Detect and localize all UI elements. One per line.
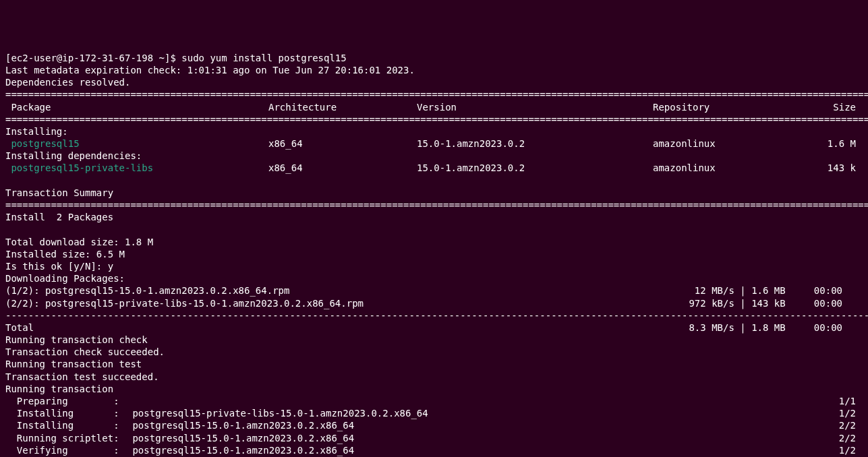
tx-status-line: Running transaction check bbox=[5, 334, 148, 345]
tx-action: Installing : bbox=[5, 419, 127, 431]
tx-progress: 1/1 bbox=[829, 395, 863, 407]
divider-double: ========================================… bbox=[5, 114, 868, 125]
tx-package: postgresql15-private-libs-15.0-1.amzn202… bbox=[127, 407, 829, 419]
download-file: (1/2): postgresql15-15.0-1.amzn2023.0.2.… bbox=[5, 284, 667, 297]
table-header-row: PackageArchitectureVersionRepositorySize bbox=[5, 101, 863, 113]
col-header-arch: Architecture bbox=[268, 101, 417, 113]
col-header-package: Package bbox=[5, 101, 268, 113]
tx-package bbox=[127, 395, 829, 407]
installing-label: Installing: bbox=[5, 126, 68, 137]
deps-resolved-line: Dependencies resolved. bbox=[5, 77, 130, 88]
tx-progress: 2/2 bbox=[829, 432, 863, 444]
tx-step-row: Verifying : postgresql15-15.0-1.amzn2023… bbox=[5, 444, 863, 456]
tx-progress: 2/2 bbox=[829, 419, 863, 431]
col-header-size: Size bbox=[801, 101, 863, 113]
tx-package: postgresql15-15.0-1.amzn2023.0.2.x86_64 bbox=[127, 444, 829, 456]
tx-status-line: Transaction check succeeded. bbox=[5, 346, 165, 357]
install-count: Install 2 Packages bbox=[5, 212, 113, 222]
tx-status-line: Running transaction bbox=[5, 384, 113, 394]
download-stats: 12 MB/s | 1.6 MB 00:00 bbox=[667, 284, 863, 297]
total-row: Total8.3 MB/s | 1.8 MB 00:00 bbox=[5, 322, 863, 334]
package-size: 1.6 M bbox=[801, 138, 863, 150]
tx-progress: 1/2 bbox=[829, 407, 863, 419]
package-version: 15.0-1.amzn2023.0.2 bbox=[417, 138, 653, 150]
tx-status-line: Transaction test succeeded. bbox=[5, 371, 159, 382]
total-label: Total bbox=[5, 322, 667, 334]
package-name: postgresql15 bbox=[5, 138, 268, 150]
tx-progress: 1/2 bbox=[829, 444, 863, 456]
tx-step-row: Running scriptlet: postgresql15-15.0-1.a… bbox=[5, 432, 863, 444]
package-row: postgresql15-private-libsx86_6415.0-1.am… bbox=[5, 162, 863, 174]
installing-deps-label: Installing dependencies: bbox=[5, 150, 142, 161]
tx-step-row: Preparing :1/1 bbox=[5, 395, 863, 407]
tx-step-row: Installing : postgresql15-private-libs-1… bbox=[5, 407, 863, 419]
package-arch: x86_64 bbox=[268, 138, 417, 150]
tx-action: Running scriptlet: bbox=[5, 432, 127, 444]
divider-double: ========================================… bbox=[5, 200, 868, 210]
terminal-output[interactable]: [ec2-user@ip-172-31-67-198 ~]$ sudo yum … bbox=[5, 52, 863, 457]
download-stats: 972 kB/s | 143 kB 00:00 bbox=[667, 297, 863, 309]
col-header-repo: Repository bbox=[653, 101, 801, 113]
col-header-version: Version bbox=[417, 101, 653, 113]
tx-package: postgresql15-15.0-1.amzn2023.0.2.x86_64 bbox=[127, 419, 829, 431]
package-repo: amazonlinux bbox=[653, 162, 801, 174]
package-repo: amazonlinux bbox=[653, 138, 801, 150]
package-version: 15.0-1.amzn2023.0.2 bbox=[417, 162, 653, 174]
confirm-prompt: Is this ok [y/N]: y bbox=[5, 261, 113, 272]
installed-size: Installed size: 6.5 M bbox=[5, 249, 125, 260]
tx-status-line: Running transaction test bbox=[5, 359, 142, 369]
shell-prompt: [ec2-user@ip-172-31-67-198 ~]$ bbox=[5, 53, 181, 63]
tx-action: Installing : bbox=[5, 407, 127, 419]
download-file: (2/2): postgresql15-private-libs-15.0-1.… bbox=[5, 297, 667, 309]
tx-summary-label: Transaction Summary bbox=[5, 187, 113, 198]
downloading-label: Downloading Packages: bbox=[5, 273, 125, 284]
divider-dash: ----------------------------------------… bbox=[5, 310, 868, 321]
metadata-line: Last metadata expiration check: 1:01:31 … bbox=[5, 65, 415, 75]
package-row: postgresql15x86_6415.0-1.amzn2023.0.2ama… bbox=[5, 138, 863, 150]
total-download-size: Total download size: 1.8 M bbox=[5, 237, 153, 247]
download-row: (1/2): postgresql15-15.0-1.amzn2023.0.2.… bbox=[5, 284, 863, 297]
tx-action: Verifying : bbox=[5, 444, 127, 456]
tx-action: Preparing : bbox=[5, 395, 127, 407]
divider-double: ========================================… bbox=[5, 89, 868, 100]
package-size: 143 k bbox=[801, 162, 863, 174]
command-text: sudo yum install postgresql15 bbox=[181, 53, 346, 63]
package-arch: x86_64 bbox=[268, 162, 417, 174]
tx-package: postgresql15-15.0-1.amzn2023.0.2.x86_64 bbox=[127, 432, 829, 444]
total-stats: 8.3 MB/s | 1.8 MB 00:00 bbox=[667, 322, 863, 334]
package-name: postgresql15-private-libs bbox=[5, 162, 268, 174]
download-row: (2/2): postgresql15-private-libs-15.0-1.… bbox=[5, 297, 863, 309]
tx-step-row: Installing : postgresql15-15.0-1.amzn202… bbox=[5, 419, 863, 431]
